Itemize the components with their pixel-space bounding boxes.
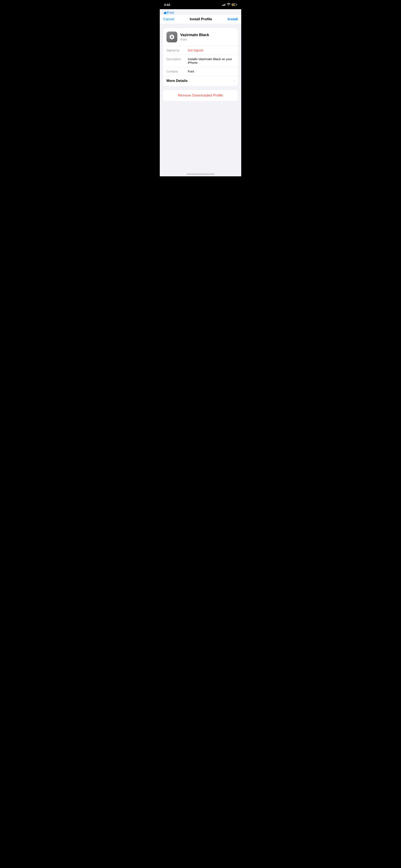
home-indicator: [186, 174, 215, 175]
contains-value: Font: [188, 69, 235, 73]
signal-bars-icon: [222, 3, 226, 6]
content-area: Vazirmatn Black iFont Signed by Not Sign…: [160, 24, 241, 105]
profile-icon: [166, 32, 177, 42]
profile-info: Vazirmatn Black iFont: [180, 33, 235, 41]
back-button[interactable]: ◀ iFont: [163, 10, 174, 15]
signal-bar-1: [222, 5, 223, 6]
status-right-icons: 31: [222, 3, 237, 6]
signal-bar-3: [224, 4, 225, 6]
battery-cap: [237, 4, 237, 5]
install-label: Install: [228, 17, 238, 21]
status-bar: 3:02 31: [160, 0, 241, 9]
remove-downloaded-profile-button[interactable]: Remove Downloaded Profile: [163, 90, 238, 101]
signal-bar-2: [223, 5, 224, 6]
description-label: Description: [166, 57, 185, 61]
remove-card: Remove Downloaded Profile: [163, 90, 238, 101]
cancel-button[interactable]: Cancel: [163, 17, 174, 21]
phone-screen: 3:02 31: [160, 0, 241, 176]
battery-icon: 31: [232, 3, 237, 6]
profile-source: iFont: [180, 38, 235, 41]
gear-icon: [169, 34, 175, 40]
signed-value: Not Signed: [188, 49, 235, 52]
back-nav-row: ◀ iFont: [160, 9, 241, 15]
status-time: 3:02: [164, 3, 170, 6]
cancel-label: Cancel: [163, 17, 174, 21]
signed-label: Signed by: [166, 49, 185, 52]
profile-header: Vazirmatn Black iFont: [163, 28, 238, 46]
chevron-right-icon: ›: [234, 79, 235, 83]
page-title: Install Profile: [190, 17, 212, 21]
more-details-row[interactable]: More Details ›: [163, 75, 238, 86]
install-button[interactable]: Install: [228, 17, 238, 21]
profile-details: Signed by Not Signed Description Install…: [163, 46, 238, 75]
contains-row: Contains Font: [163, 67, 238, 75]
contains-label: Contains: [166, 69, 185, 73]
profile-card: Vazirmatn Black iFont Signed by Not Sign…: [163, 28, 238, 86]
signal-bar-4: [225, 3, 226, 6]
description-row: Description Installs Vazirmatn Black on …: [163, 55, 238, 67]
navigation-bar: Cancel Install Profile Install: [160, 15, 241, 24]
description-value: Installs Vazirmatn Black on your iPhone: [188, 57, 235, 64]
signed-row: Signed by Not Signed: [163, 46, 238, 55]
wifi-icon: [227, 3, 230, 6]
battery-body: 31: [232, 3, 236, 6]
battery-fill: 31: [232, 4, 235, 5]
battery-level: 31: [233, 4, 235, 6]
back-chevron-icon: ◀: [163, 10, 166, 15]
back-label: iFont: [166, 11, 174, 14]
more-details-label: More Details: [166, 79, 188, 83]
profile-name: Vazirmatn Black: [180, 33, 235, 37]
